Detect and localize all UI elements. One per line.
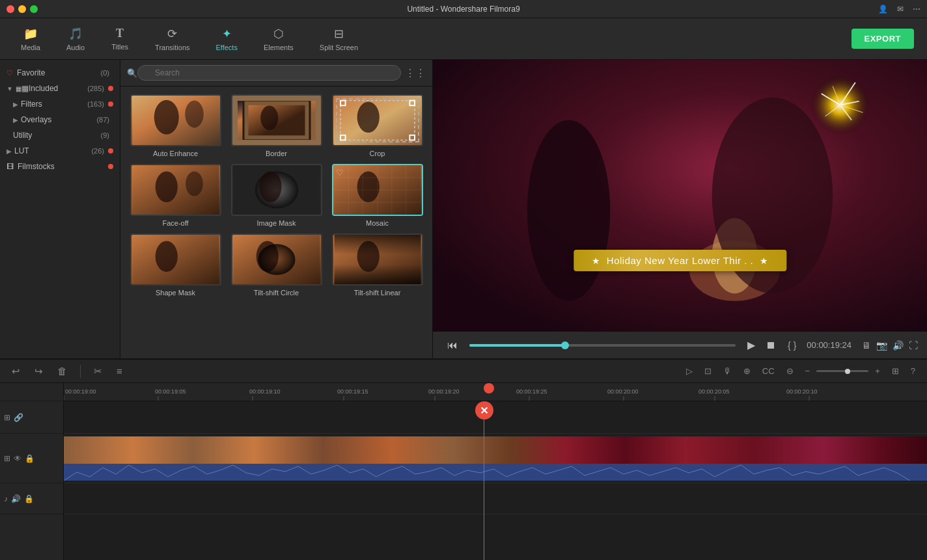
track-volume-icon[interactable]: 🔊 — [11, 494, 21, 503]
track-lock-icon-2[interactable]: 🔒 — [24, 494, 34, 503]
effect-face-off[interactable]: Face-off — [128, 164, 223, 227]
list-button[interactable]: ≡ — [113, 364, 126, 379]
track-label-video: ⊞ 👁 🔒 — [0, 434, 63, 483]
grid-toggle-icon[interactable]: ⋮⋮ — [405, 67, 426, 79]
toolbar-separator-1 — [80, 365, 81, 378]
effects-tool[interactable]: ✦ Effects — [206, 23, 248, 55]
track-add-button[interactable]: ⊕ — [740, 364, 754, 378]
svg-point-34 — [258, 244, 295, 275]
traffic-lights — [7, 5, 38, 13]
grid-view-button[interactable]: ⊞ — [888, 364, 903, 378]
filters-red-dot — [108, 101, 113, 107]
zoom-in-button[interactable]: + — [871, 364, 884, 378]
effect-tilt-shift-circle[interactable]: Tilt-shift Circle — [229, 233, 324, 297]
zoom-out-button[interactable]: − — [801, 364, 814, 378]
stop-button[interactable]: ⏹ — [760, 337, 781, 354]
settings-icon[interactable]: ⋯ — [913, 5, 920, 14]
sidebar-item-favorite[interactable]: ♡ Favorite (0) — [0, 65, 120, 81]
volume-icon[interactable]: 🔊 — [892, 340, 904, 351]
video-clip[interactable] — [64, 436, 927, 481]
sidebar-item-utility-label: Utility — [13, 131, 101, 140]
subtitle-button[interactable]: CC — [758, 364, 779, 378]
media-tool[interactable]: 📁 Media — [10, 23, 51, 55]
mail-icon[interactable]: ✉ — [897, 5, 904, 14]
time-code-icon: { } — [788, 340, 796, 351]
redo-button[interactable]: ↪ — [31, 364, 47, 379]
search-wrap: 🔍 — [127, 65, 401, 81]
titles-tool[interactable]: T Titles — [100, 23, 139, 55]
track-music-icon[interactable]: ♪ — [4, 494, 8, 503]
sidebar-item-included[interactable]: ▼ ▦ Included (285) — [0, 81, 120, 96]
snap-button[interactable]: ⊡ — [700, 364, 715, 378]
sidebar-item-overlays[interactable]: ▶ Overlays (87) — [0, 112, 120, 127]
timeline-toolbar: ↩ ↪ 🗑 ✂ ≡ ▷ ⊡ 🎙 ⊕ CC ⊖ − + ⊞ — [0, 360, 927, 383]
fullscreen-icon[interactable]: ⛶ — [909, 340, 918, 351]
svg-point-15 — [155, 172, 177, 203]
svg-text:00:00:20:00: 00:00:20:00 — [607, 388, 639, 395]
maximize-button[interactable] — [30, 5, 38, 13]
export-button[interactable]: EXPORT — [851, 29, 914, 49]
effects-search-bar: 🔍 ⋮⋮ — [120, 60, 432, 87]
timeline-body: ⊞ 🔗 ⊞ 👁 🔒 ♪ 🔊 — [0, 383, 927, 560]
effect-label-tilt-shift-circle: Tilt-shift Circle — [254, 289, 299, 297]
preview-playhead — [561, 341, 569, 349]
mic-button[interactable]: 🎙 — [719, 364, 736, 378]
sidebar-item-filters[interactable]: ▶ Filters (163) — [0, 96, 120, 112]
media-icon: 📁 — [23, 27, 38, 41]
effect-mosaic[interactable]: ♡ Mosaic — [330, 164, 424, 227]
track-lock-icon[interactable]: 🔒 — [25, 454, 35, 463]
track-link-icon[interactable]: 🔗 — [14, 413, 23, 422]
delete-button[interactable]: 🗑 — [53, 364, 71, 379]
time-display: 00:00:19:24 — [801, 338, 857, 353]
undo-button[interactable]: ↩ — [8, 364, 24, 379]
expand-arrow-included: ▼ — [7, 85, 13, 92]
titlebar-icons: 👤 ✉ ⋯ — [878, 5, 920, 14]
cut-button[interactable]: ✂ — [90, 364, 106, 379]
effect-thumb-face-off — [130, 164, 221, 216]
svg-point-1 — [154, 100, 178, 135]
audio-tool[interactable]: 🎵 Audio — [56, 23, 95, 55]
track-layout-icon-2[interactable]: ⊞ — [4, 454, 10, 463]
effect-thumb-shape-mask — [130, 233, 221, 286]
track-layout-icon[interactable]: ⊞ — [4, 413, 10, 422]
help-button[interactable]: ? — [907, 364, 919, 378]
svg-point-21 — [357, 172, 379, 203]
screenshot-icon[interactable]: 📷 — [876, 340, 887, 351]
media-label: Media — [21, 44, 40, 51]
effect-shape-mask[interactable]: Shape Mask — [128, 233, 223, 297]
sidebar-item-utility[interactable]: Utility (9) — [0, 127, 120, 143]
sidebar-item-lut-count: (26) — [91, 147, 104, 155]
transitions-tool[interactable]: ⟳ Transitions — [145, 23, 200, 55]
effect-image-mask[interactable]: Image Mask — [229, 164, 324, 227]
svg-point-2 — [185, 101, 204, 128]
minimize-button[interactable] — [18, 5, 26, 13]
search-icon: 🔍 — [127, 68, 137, 78]
sidebar-item-lut[interactable]: ▶ LUT (26) — [0, 143, 120, 159]
search-input[interactable] — [137, 65, 401, 81]
monitor-icon[interactable]: 🖥 — [862, 340, 871, 351]
elements-tool[interactable]: ⬡ Elements — [253, 23, 304, 55]
effect-label-image-mask: Image Mask — [257, 219, 296, 227]
user-icon[interactable]: 👤 — [878, 5, 888, 14]
skip-back-button[interactable]: ⏮ — [442, 337, 463, 354]
zoom-slider[interactable] — [816, 370, 868, 372]
svg-text:00:00:19:00: 00:00:19:00 — [65, 388, 96, 395]
effect-auto-enhance[interactable]: Auto Enhance — [128, 94, 223, 157]
filmstocks-icon: 🎞 — [7, 163, 14, 170]
split-screen-tool[interactable]: ⊟ Split Screen — [309, 23, 368, 55]
effect-crop[interactable]: Crop — [330, 94, 424, 157]
split-screen-icon: ⊟ — [334, 27, 344, 41]
preview-timeline-bar[interactable] — [469, 344, 736, 347]
close-button[interactable] — [7, 5, 14, 13]
lower-third-banner: ★ Holiday New Year Lower Thir . . ★ — [574, 250, 786, 271]
effect-border[interactable]: Border — [229, 94, 324, 157]
play-button[interactable]: ▶ — [742, 336, 760, 354]
sidebar-item-favorite-label: Favorite — [17, 68, 101, 77]
effect-tilt-shift-linear[interactable]: Tilt-shift Linear — [330, 233, 424, 297]
track-eye-icon[interactable]: 👁 — [14, 454, 21, 463]
elements-icon: ⬡ — [273, 27, 284, 41]
sidebar-item-filmstocks[interactable]: 🎞 Filmstocks — [0, 159, 120, 174]
play-clip-button[interactable]: ▷ — [682, 364, 697, 378]
timeline-right-tools: ▷ ⊡ 🎙 ⊕ CC ⊖ − + ⊞ ? — [682, 364, 919, 378]
loop-button[interactable]: ⊖ — [782, 364, 797, 378]
